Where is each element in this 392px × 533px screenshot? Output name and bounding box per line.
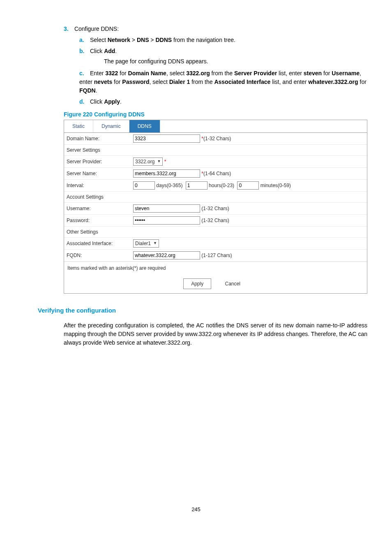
step-list: 3. Configure DDNS: a. Select Network > D… (64, 25, 367, 106)
step-title: Configure DDNS: (74, 25, 119, 32)
required-star: * (164, 159, 166, 165)
tab-dynamic[interactable]: Dynamic (93, 120, 129, 132)
username-input[interactable] (133, 204, 200, 213)
ddns-config-screenshot: Static Dynamic DDNS Domain Name: **(1-32… (64, 120, 367, 294)
page-number: 245 (0, 506, 392, 512)
server-name-label: Server Name: (64, 168, 131, 180)
fqdn-hint: (1-127 Chars) (201, 253, 232, 258)
server-settings-header: Server Settings (64, 145, 367, 156)
associated-interface-label: Associated Interface: (64, 238, 131, 250)
verifying-heading: Verifying the configuration (38, 306, 367, 315)
password-hint: (1-32 Chars) (201, 218, 229, 223)
other-settings-header: Other Settings (64, 227, 367, 238)
substep-letter: d. (79, 97, 88, 106)
interval-minutes-input[interactable] (237, 181, 259, 190)
substep-letter: a. (79, 36, 88, 44)
account-settings-header: Account Settings (64, 192, 367, 203)
hours-label: hours(0-23) (209, 183, 234, 188)
step-number: 3. (64, 25, 73, 33)
password-input[interactable] (133, 216, 200, 225)
interval-days-input[interactable] (133, 181, 155, 190)
cancel-button[interactable]: Cancel (218, 279, 248, 289)
minutes-label: minutes(0-59) (261, 183, 291, 188)
chevron-down-icon: ▼ (157, 159, 161, 165)
substep-letter: b. (79, 47, 88, 56)
username-hint: (1-32 Chars) (201, 206, 229, 211)
substep-d: d. Click Apply. (79, 97, 367, 106)
server-name-hint: *(1-64 Chars) (201, 171, 231, 176)
chevron-down-icon: ▼ (153, 241, 157, 246)
server-name-input[interactable] (133, 169, 200, 178)
fqdn-label: FQDN: (64, 250, 131, 262)
figure-caption: Figure 220 Configuring DDNS (64, 110, 367, 119)
server-provider-select[interactable]: 3322.org ▼ (133, 158, 163, 166)
substep-b: b. Click Add. The page for configuring D… (79, 47, 367, 66)
interval-hours-input[interactable] (186, 181, 208, 190)
substep-c: c. Enter 3322 for Domain Name, select 33… (79, 69, 367, 95)
required-note: Items marked with an asterisk(*) are req… (64, 262, 367, 274)
substep-a: a. Select Network > DNS > DDNS from the … (79, 36, 367, 44)
domain-name-label: Domain Name: (64, 133, 131, 145)
password-label: Password: (64, 215, 131, 227)
fqdn-input[interactable] (133, 251, 200, 260)
substep-b-note: The page for configuring DDNS appears. (79, 57, 367, 66)
tab-bar: Static Dynamic DDNS (64, 120, 367, 133)
interval-label: Interval: (64, 180, 131, 192)
apply-button[interactable]: Apply (183, 278, 211, 289)
verifying-paragraph: After the preceding configuration is com… (64, 321, 367, 347)
tab-ddns[interactable]: DDNS (129, 120, 160, 132)
domain-name-input[interactable] (133, 134, 200, 143)
server-provider-label: Server Provider: (64, 156, 131, 168)
days-label: days(0-365) (156, 183, 182, 188)
username-label: Username: (64, 203, 131, 215)
tab-static[interactable]: Static (64, 120, 93, 132)
substep-letter: c. (79, 69, 88, 78)
domain-name-hint: **(1-32 Chars)(1-32 Chars) (201, 136, 231, 141)
associated-interface-select[interactable]: Dialer1 ▼ (133, 239, 159, 248)
